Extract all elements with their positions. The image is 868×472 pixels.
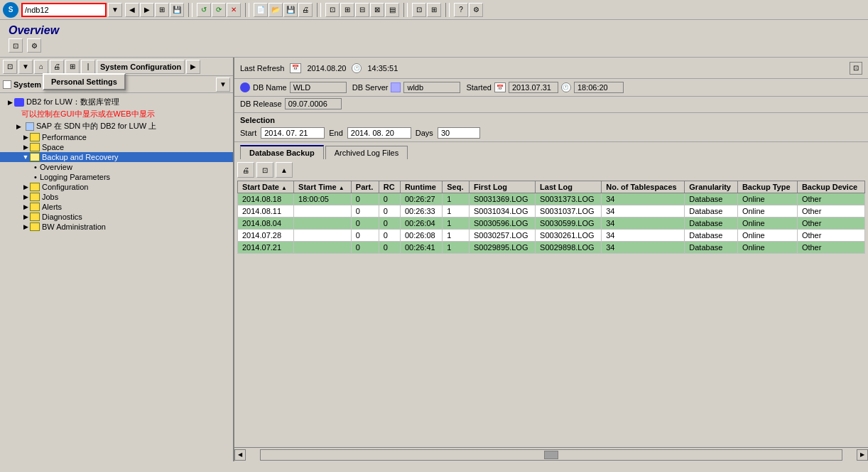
sidebar-btn-6[interactable]: |	[81, 60, 95, 74]
th-tablespaces[interactable]: No. of Tablespaces	[602, 181, 685, 193]
end-input[interactable]	[347, 127, 411, 139]
th-last-log[interactable]: Last Log	[536, 181, 602, 193]
expand-db2[interactable]: ▶	[6, 98, 14, 107]
page-action-1[interactable]: ⊡	[9, 38, 23, 53]
db-name-icon	[240, 82, 250, 92]
tbl-export-btn[interactable]: ⊡	[256, 162, 273, 178]
expand-backup[interactable]: ▼	[21, 153, 30, 161]
tree-item-performance[interactable]: ▶ Performance	[0, 132, 233, 142]
expand-bw[interactable]: ▶	[21, 222, 30, 231]
sidebar-btn-5[interactable]: ⊞	[65, 60, 80, 74]
help-btn[interactable]: ?	[454, 3, 468, 17]
tbl-print-btn[interactable]: 🖨	[237, 162, 254, 178]
scroll-right-btn[interactable]: ▶	[857, 449, 868, 461]
tree-item-sap[interactable]: ▶ SAP 在 SDN 中的 DB2 for LUW 上	[0, 120, 233, 132]
history-btn[interactable]: ⊞	[155, 3, 169, 17]
sidebar-btn-3[interactable]: ⌂	[34, 60, 48, 74]
tree-item-jobs[interactable]: ▶ Jobs	[0, 192, 233, 202]
table-row[interactable]: 2014.08.110000:26:331S0031034.LOGS003103…	[238, 205, 865, 218]
system-config-btn[interactable]: System Configuration	[97, 60, 185, 74]
db-info-row2: DB Release 09.07.0006	[234, 97, 868, 113]
selection-title: Selection	[240, 116, 862, 124]
btn-d[interactable]: ⊠	[370, 3, 384, 17]
table-cell: Online	[737, 242, 797, 254]
started-group: Started 📅 2013.07.31 🕐 18:06:20	[466, 82, 623, 93]
print-doc[interactable]: 🖨	[298, 3, 313, 17]
btn-c[interactable]: ⊟	[355, 3, 369, 17]
expand-space[interactable]: ▶	[21, 143, 30, 151]
sidebar-arrow-btn[interactable]: ▶	[186, 60, 200, 74]
bw-label: BW Administration	[42, 222, 106, 231]
command-input[interactable]	[21, 3, 107, 17]
expand-sap[interactable]: ▶	[14, 122, 23, 131]
btn-e[interactable]: ▤	[385, 3, 399, 17]
open-doc[interactable]: 📂	[268, 3, 283, 17]
expand-alerts[interactable]: ▶	[21, 203, 30, 211]
days-input[interactable]	[438, 127, 480, 139]
table-cell: 1	[443, 205, 470, 218]
expand-jobs[interactable]: ▶	[21, 193, 30, 201]
btn-a[interactable]: ⊡	[325, 3, 340, 17]
stop-btn[interactable]: ✕	[227, 3, 241, 17]
back-btn[interactable]: ◀	[125, 3, 139, 17]
settings-btn[interactable]: ⚙	[469, 3, 483, 17]
th-backup-device[interactable]: Backup Device	[797, 181, 864, 193]
table-row[interactable]: 2014.08.1818:00:050000:26:271S0031369.LO…	[238, 193, 865, 205]
th-rc[interactable]: RC	[379, 181, 400, 193]
page-action-2[interactable]: ⚙	[27, 38, 41, 53]
db-name-label: DB Name	[253, 83, 287, 92]
sidebar-btn-2[interactable]: ▼	[18, 60, 33, 74]
sidebar-expand-btn[interactable]: ▼	[216, 77, 230, 92]
tree-item-config[interactable]: ▶ Configuration	[0, 182, 233, 192]
tree-item-logging[interactable]: • Logging Parameters	[0, 172, 233, 182]
tree-item-alerts[interactable]: ▶ Alerts	[0, 202, 233, 212]
table-cell: Other	[797, 230, 864, 242]
expand-config[interactable]: ▶	[21, 183, 30, 191]
horizontal-scrollbar[interactable]	[260, 449, 842, 461]
dropdown-btn[interactable]: ▼	[108, 3, 122, 17]
refresh-action-btn[interactable]: ⊡	[850, 62, 862, 75]
save-btn[interactable]: 💾	[170, 3, 184, 17]
table-cell: 00:26:08	[400, 230, 442, 242]
btn-b[interactable]: ⊞	[340, 3, 354, 17]
table-cell: 0	[351, 193, 379, 205]
header-bar: Last Refresh 📅 2014.08.20 🕐 14:35:51 ⊡	[234, 58, 868, 79]
tab-archived-log-files[interactable]: Archived Log Files	[325, 146, 408, 159]
table-row[interactable]: 2014.08.040000:26:041S0030596.LOGS003059…	[238, 218, 865, 230]
th-part[interactable]: Part.	[351, 181, 379, 193]
btn-f[interactable]: ⊡	[412, 3, 426, 17]
refresh2[interactable]: ⟳	[212, 3, 226, 17]
logging-label: Logging Parameters	[40, 173, 110, 181]
sidebar-btn-1[interactable]: ⊡	[3, 60, 17, 74]
th-seq[interactable]: Seq.	[443, 181, 470, 193]
sidebar-btn-4[interactable]: 🖨	[50, 60, 64, 74]
tree-item-bw[interactable]: ▶ BW Administration	[0, 222, 233, 232]
tree-item-overview[interactable]: • Overview	[0, 162, 233, 172]
refresh-green[interactable]: ↺	[197, 3, 211, 17]
table-row[interactable]: 2014.07.280000:26:081S0030257.LOGS003026…	[238, 230, 865, 242]
tab-database-backup[interactable]: Database Backup	[240, 145, 324, 159]
forward-btn[interactable]: ▶	[140, 3, 154, 17]
table-row[interactable]: 2014.07.210000:26:411S0029895.LOGS002989…	[238, 242, 865, 254]
th-start-date[interactable]: Start Date ▲	[238, 181, 294, 193]
new-doc[interactable]: 📄	[254, 3, 268, 17]
expand-performance[interactable]: ▶	[21, 133, 30, 141]
expand-diagnostics[interactable]: ▶	[21, 213, 30, 221]
tree-item-db2[interactable]: ▶ DB2 for LUW：数据库管理	[0, 96, 233, 108]
save-doc[interactable]: 💾	[283, 3, 298, 17]
tree-item-backup[interactable]: ▼ Backup and Recovery	[0, 152, 233, 162]
tbl-filter-btn[interactable]: ▲	[276, 162, 293, 178]
start-input[interactable]	[261, 127, 325, 139]
th-start-time[interactable]: Start Time ▲	[294, 181, 352, 193]
started-cal-icon: 📅	[494, 82, 506, 92]
sep1	[188, 3, 192, 17]
th-runtime[interactable]: Runtime	[400, 181, 442, 193]
table-cell: Database	[685, 205, 738, 218]
scroll-left-btn[interactable]: ◀	[234, 449, 246, 461]
th-backup-type[interactable]: Backup Type	[737, 181, 797, 193]
btn-g[interactable]: ⊞	[427, 3, 441, 17]
th-first-log[interactable]: First Log	[469, 181, 535, 193]
th-granularity[interactable]: Granularity	[685, 181, 738, 193]
tree-item-space[interactable]: ▶ Space	[0, 142, 233, 152]
tree-item-diagnostics[interactable]: ▶ Diagnostics	[0, 212, 233, 222]
